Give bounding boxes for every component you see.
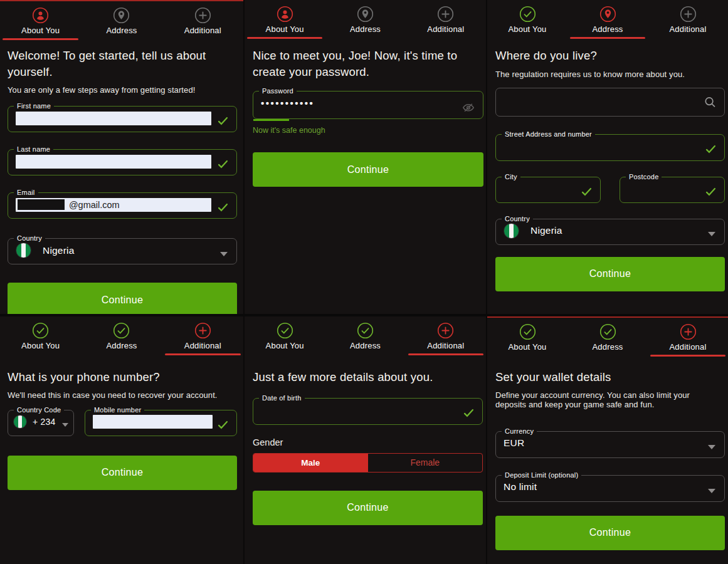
tab-label: About You (508, 342, 546, 352)
tab-address[interactable]: Address (567, 323, 648, 357)
tab-about-you[interactable]: About You (487, 323, 567, 357)
continue-button[interactable]: Continue (253, 152, 483, 187)
tab-label: Address (106, 26, 137, 35)
tab-additional[interactable]: Additional (406, 6, 486, 39)
first-name-field[interactable]: First name (8, 103, 237, 132)
valid-check-icon (217, 115, 229, 127)
field-label: Date of birth (259, 395, 305, 402)
plus-icon (437, 6, 454, 23)
active-tab-underline (570, 37, 645, 39)
redacted-username (18, 199, 65, 210)
step-tabs: About You Address Additional (245, 316, 486, 355)
page-subtitle: We'll need this in case you need to reco… (8, 390, 237, 400)
pin-icon (113, 7, 130, 24)
tab-address[interactable]: Address (81, 7, 162, 40)
country-code-select[interactable]: Country Code + 234 (8, 407, 74, 436)
tab-label: Additional (427, 24, 464, 34)
panel-password: About You Address Additional Nice to mee… (245, 0, 486, 314)
password-strength-hint: Now it's safe enough (253, 126, 483, 135)
field-label: Country (502, 216, 533, 222)
tab-label: Additional (427, 341, 464, 350)
tab-address[interactable]: Address (325, 6, 405, 39)
tab-additional[interactable]: Additional (648, 323, 728, 357)
tab-about-you[interactable]: About You (245, 322, 325, 355)
tab-address[interactable]: Address (567, 6, 648, 39)
password-masked-value: ••••••••••• (261, 98, 314, 108)
tab-label: About You (266, 341, 304, 350)
field-label: Currency (502, 428, 537, 435)
mobile-number-field[interactable]: Mobile number (85, 407, 237, 436)
last-name-input[interactable] (16, 155, 211, 169)
continue-button[interactable]: Continue (253, 491, 483, 525)
tab-about-you[interactable]: About You (0, 7, 81, 40)
email-domain-text: @gmail.com (69, 200, 120, 210)
tab-additional[interactable]: Additional (406, 322, 486, 355)
panel-address: About You Address Additional Where do yo… (487, 0, 728, 314)
country-value: Nigeria (530, 225, 562, 236)
check-circle-icon (519, 6, 536, 23)
email-input[interactable]: @gmail.com (16, 198, 211, 212)
check-circle-icon (599, 323, 616, 340)
registration-wizard-screens: About You Address Additional Welcome! To… (0, 0, 728, 564)
tab-label: About You (508, 24, 546, 34)
gender-label: Gender (253, 437, 483, 447)
step-tabs: About You Address Additional (0, 316, 243, 355)
country-select[interactable]: Country Nigeria (8, 235, 237, 264)
tab-label: Address (350, 24, 381, 34)
continue-button[interactable]: Continue (8, 283, 237, 314)
field-label: Postcode (626, 174, 662, 180)
tab-about-you[interactable]: About You (245, 6, 325, 39)
password-field[interactable]: Password ••••••••••• (253, 88, 483, 119)
first-name-input[interactable] (16, 112, 211, 125)
postcode-field[interactable]: Postcode (620, 174, 725, 203)
gender-male-option[interactable]: Male (253, 454, 368, 472)
street-address-field[interactable]: Street Address and number (495, 131, 725, 161)
gender-female-option[interactable]: Female (368, 454, 483, 472)
step-tabs: About You Address Additional (0, 1, 243, 40)
tab-additional[interactable]: Additional (648, 6, 728, 39)
last-name-field[interactable]: Last name (8, 146, 237, 175)
country-select[interactable]: Country Nigeria (495, 216, 725, 245)
tab-about-you[interactable]: About You (0, 322, 81, 355)
active-tab-underline (650, 355, 725, 357)
tab-address[interactable]: Address (81, 322, 162, 355)
person-icon (277, 6, 293, 23)
plus-icon (680, 6, 697, 23)
page-subtitle: Define your account currency. You can al… (495, 390, 709, 409)
email-field[interactable]: Email @gmail.com (8, 189, 237, 219)
page-title: Nice to meet you, Joe! Now, it's time to… (253, 48, 483, 80)
mobile-number-input[interactable] (93, 415, 213, 429)
valid-check-icon (581, 185, 593, 197)
date-of-birth-field[interactable]: Date of birth (253, 395, 483, 425)
gender-toggle: Male Female (253, 453, 483, 473)
eye-off-icon[interactable] (462, 101, 475, 115)
tab-additional[interactable]: Additional (162, 322, 243, 355)
panel-wallet: About You Address Additional Set your wa… (487, 316, 728, 564)
field-label: City (502, 174, 520, 180)
tab-about-you[interactable]: About You (487, 6, 567, 39)
field-label: Country (14, 235, 45, 242)
tab-additional[interactable]: Additional (162, 7, 243, 40)
deposit-limit-select[interactable]: Deposit Limit (optional) No limit (495, 472, 725, 502)
nigeria-flag-icon (13, 415, 27, 429)
tab-address[interactable]: Address (325, 322, 405, 355)
continue-button[interactable]: Continue (495, 516, 725, 550)
city-field[interactable]: City (495, 174, 601, 203)
active-tab-underline (3, 38, 79, 40)
page-subtitle: The regulation requires us to know more … (495, 70, 725, 79)
address-search-input[interactable] (495, 88, 725, 117)
check-circle-icon (277, 322, 293, 339)
plus-icon (437, 322, 454, 339)
valid-check-icon (217, 159, 229, 170)
field-label: Password (259, 88, 297, 95)
plus-icon (194, 322, 211, 339)
page-title: Set your wallet details (495, 369, 725, 385)
nigeria-flag-icon (16, 243, 31, 258)
deposit-limit-value: No limit (504, 481, 537, 493)
currency-select[interactable]: Currency EUR (495, 428, 725, 458)
country-value: Nigeria (43, 245, 75, 256)
continue-button[interactable]: Continue (495, 257, 725, 291)
continue-button[interactable]: Continue (8, 456, 237, 490)
pin-icon (357, 6, 374, 23)
valid-check-icon (217, 202, 229, 214)
